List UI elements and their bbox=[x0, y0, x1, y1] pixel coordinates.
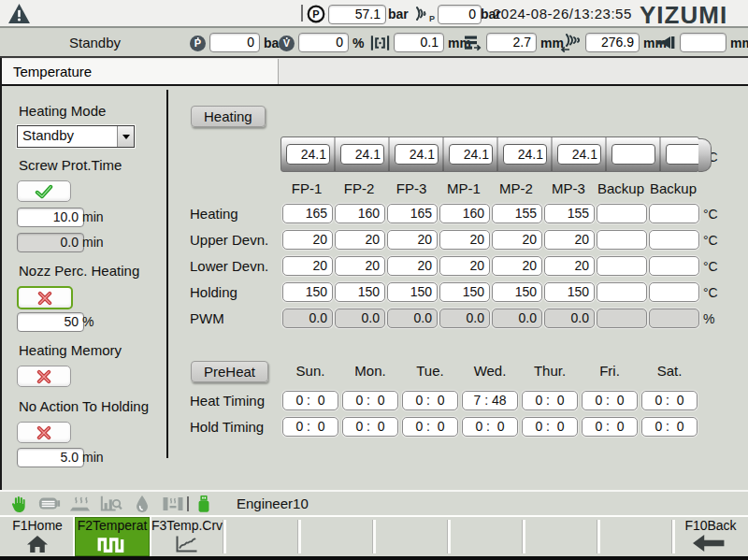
holding-zone1-input[interactable]: 150 bbox=[282, 282, 333, 302]
chevron-down-icon[interactable] bbox=[117, 126, 134, 147]
upper-devn-zone5-input[interactable]: 20 bbox=[492, 230, 542, 250]
barrel-zone-3: 24.1 bbox=[388, 137, 442, 171]
heating-zone4-input[interactable]: 160 bbox=[439, 204, 490, 223]
holding-zone2-input[interactable]: 150 bbox=[335, 282, 385, 302]
lower-devn-zone7-input[interactable] bbox=[597, 256, 647, 276]
holding-zone6-input[interactable]: 150 bbox=[544, 282, 595, 302]
heating-zone7-input[interactable] bbox=[597, 204, 647, 223]
heat-timing-fri-input[interactable]: 0 : 0 bbox=[582, 391, 638, 410]
fkey-label: F3Temp.Crv bbox=[150, 517, 224, 534]
lower-devn-zone4-input[interactable]: 20 bbox=[439, 256, 490, 276]
lower-devn-zone6-input[interactable]: 20 bbox=[544, 256, 595, 276]
heat-timing-row-label: Heat Timing bbox=[190, 393, 265, 409]
screw-prot-time-input[interactable]: 10.0 bbox=[17, 208, 84, 227]
user-label: Engineer10 bbox=[237, 495, 309, 511]
hold-timing-sun-input[interactable]: 0 : 0 bbox=[282, 417, 338, 437]
heating-memory-toggle[interactable] bbox=[17, 366, 71, 387]
day-header-tue: Tue. bbox=[402, 363, 458, 379]
fkey-f2temperat[interactable]: F2Temperat bbox=[75, 517, 150, 556]
lower-devn-zone1-input[interactable]: 20 bbox=[282, 256, 333, 276]
holding-zone3-input[interactable]: 150 bbox=[387, 282, 438, 302]
heating-zone5-input[interactable]: 155 bbox=[492, 204, 542, 223]
machine-field-value: 0 bbox=[209, 33, 260, 52]
nozz-perc-heating-input[interactable]: 50 bbox=[17, 312, 84, 332]
no-action-to-holding-label: No Action To Holding bbox=[19, 398, 149, 414]
hold-timing-thur-input[interactable]: 0 : 0 bbox=[522, 417, 578, 437]
heating-mode-dropdown[interactable]: Standby bbox=[17, 125, 135, 148]
pwm-zone3-display: 0.0 bbox=[387, 309, 438, 328]
fkey-empty-slot bbox=[449, 517, 524, 556]
heating-zone2-input[interactable]: 160 bbox=[335, 204, 385, 223]
lower-devn-zone5-input[interactable]: 20 bbox=[492, 256, 542, 276]
day-header-fri: Fri. bbox=[582, 363, 638, 379]
zone-header-fp-2-2: FP-2 bbox=[333, 180, 385, 196]
unit-label: °C bbox=[703, 259, 718, 274]
chart-monitor-icon bbox=[100, 495, 122, 513]
no-action-time-input[interactable]: 5.0 bbox=[17, 448, 84, 467]
fkey-empty-slot bbox=[598, 517, 673, 556]
heating-zone3-input[interactable]: 165 bbox=[387, 204, 438, 223]
barrel-cap bbox=[698, 138, 712, 172]
barrel-zone-1: 24.1 bbox=[281, 137, 334, 171]
panel-divider bbox=[166, 90, 168, 458]
upper-devn-zone7-input[interactable] bbox=[597, 230, 647, 250]
unit-label: min bbox=[82, 235, 104, 250]
fkey-f1home[interactable]: F1Home bbox=[0, 517, 75, 556]
unit-label: % bbox=[82, 314, 94, 329]
divider bbox=[187, 496, 189, 511]
lower-devn-zone3-input[interactable]: 20 bbox=[387, 256, 438, 276]
heat-timing-tue-input[interactable]: 0 : 0 bbox=[402, 391, 458, 410]
actual-pressure-icon: P bbox=[190, 34, 206, 51]
screw-position-icon bbox=[559, 34, 582, 52]
tab-temperature[interactable]: Temperature bbox=[2, 59, 279, 84]
barrel-zone-7 bbox=[605, 137, 659, 171]
motor-icon bbox=[38, 495, 61, 513]
holding-zone4-input[interactable]: 150 bbox=[439, 282, 490, 302]
actual-temp-display: 24.1 bbox=[449, 144, 493, 165]
heating-mode-value: Standby bbox=[18, 126, 117, 147]
heating-zone6-input[interactable]: 155 bbox=[544, 204, 595, 223]
holding-zone8-input[interactable] bbox=[649, 282, 699, 302]
injection-pressure-display: 57.1 bbox=[328, 5, 386, 24]
heat-timing-wed-input[interactable]: 7 : 48 bbox=[462, 391, 518, 410]
fkey-empty-slot bbox=[524, 517, 598, 556]
datetime-display: 2024-08-26/13:23:55 bbox=[493, 6, 632, 22]
usb-icon bbox=[193, 495, 215, 513]
screw-prot-enable-toggle[interactable] bbox=[17, 180, 71, 202]
fkey-empty-slot bbox=[224, 517, 299, 556]
hold-timing-mon-input[interactable]: 0 : 0 bbox=[342, 417, 398, 437]
machine-field-actual-pressure: P0bar bbox=[190, 33, 284, 52]
hold-timing-fri-input[interactable]: 0 : 0 bbox=[582, 417, 638, 437]
pwm-zone2-display: 0.0 bbox=[335, 309, 385, 328]
nozz-perc-heating-toggle[interactable] bbox=[17, 286, 73, 309]
upper-devn-zone6-input[interactable]: 20 bbox=[544, 230, 595, 250]
fkey-label: F10Back bbox=[673, 517, 748, 534]
hold-timing-wed-input[interactable]: 0 : 0 bbox=[462, 417, 518, 437]
heating-zone1-input[interactable]: 165 bbox=[282, 204, 333, 223]
lower-devn-zone8-input[interactable] bbox=[649, 256, 699, 276]
fkey-f3temp-crv[interactable]: F3Temp.Crv bbox=[150, 517, 224, 556]
actual-temp-display: 24.1 bbox=[395, 144, 439, 165]
heat-timing-sun-input[interactable]: 0 : 0 bbox=[282, 391, 338, 410]
holding-zone7-input[interactable] bbox=[597, 282, 647, 302]
heat-timing-thur-input[interactable]: 0 : 0 bbox=[522, 391, 578, 410]
upper-devn-zone4-input[interactable]: 20 bbox=[439, 230, 490, 250]
heat-timing-sat-input[interactable]: 0 : 0 bbox=[641, 391, 698, 410]
hold-timing-tue-input[interactable]: 0 : 0 bbox=[402, 417, 458, 437]
back-pressure-display: 0 bbox=[438, 5, 482, 24]
fkey-f10back[interactable]: F10Back bbox=[673, 517, 748, 556]
hold-timing-sat-input[interactable]: 0 : 0 bbox=[641, 417, 698, 437]
lower-devn-zone2-input[interactable]: 20 bbox=[335, 256, 385, 276]
warning-triangle-icon[interactable] bbox=[7, 3, 31, 24]
upper-devn-zone3-input[interactable]: 20 bbox=[387, 230, 438, 250]
upper-devn-zone8-input[interactable] bbox=[649, 230, 699, 250]
heating-zone8-input[interactable] bbox=[649, 204, 699, 223]
lower-devn-row-label: Lower Devn. bbox=[190, 258, 268, 274]
holding-zone5-input[interactable]: 150 bbox=[492, 282, 542, 302]
pwm-zone4-display: 0.0 bbox=[439, 309, 490, 328]
upper-devn-zone2-input[interactable]: 20 bbox=[335, 230, 385, 250]
heat-timing-mon-input[interactable]: 0 : 0 bbox=[342, 391, 398, 410]
machine-field-screw-position: 276.9mm bbox=[559, 33, 667, 52]
upper-devn-zone1-input[interactable]: 20 bbox=[282, 230, 333, 250]
no-action-to-holding-toggle[interactable] bbox=[17, 422, 71, 443]
